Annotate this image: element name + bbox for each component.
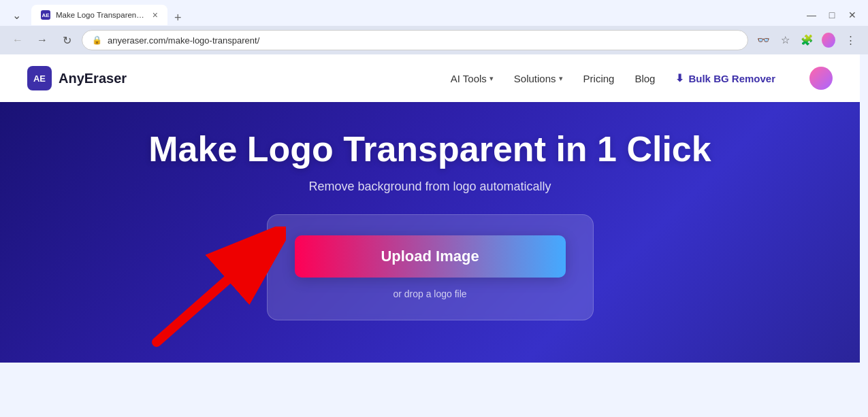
profile-avatar xyxy=(822,33,835,48)
site-navbar: AE AnyEraser AI Tools ▾ Solutions ▾ Pric… xyxy=(0,54,860,102)
site-nav-links: AI Tools ▾ Solutions ▾ Pricing Blog ⬇ Bu… xyxy=(451,67,833,90)
chevron-down-icon: ▾ xyxy=(559,74,563,83)
minimize-button[interactable]: — xyxy=(803,6,820,24)
tab-favicon: AE xyxy=(41,10,50,20)
chevron-down-icon: ▾ xyxy=(489,74,494,83)
forward-button[interactable]: → xyxy=(33,31,52,50)
profile-button[interactable] xyxy=(819,31,838,50)
browser-chrome: ⌄ AE Make Logo Transparent in 1 Cl × + —… xyxy=(0,0,868,54)
reload-button[interactable]: ↻ xyxy=(57,31,76,50)
window-controls: — □ ✕ xyxy=(803,6,861,24)
close-window-button[interactable]: ✕ xyxy=(843,6,861,24)
brand-name: AnyEraser xyxy=(59,71,127,86)
download-icon: ⬇ xyxy=(675,72,684,84)
back-button[interactable]: ← xyxy=(8,31,27,50)
logo-icon: AE xyxy=(27,66,52,90)
nav-blog[interactable]: Blog xyxy=(634,73,655,84)
nav-pricing[interactable]: Pricing xyxy=(583,73,615,84)
tab-title: Make Logo Transparent in 1 Cl xyxy=(56,11,144,19)
eyeglasses-icon-button[interactable]: 👓 xyxy=(754,31,773,50)
browser-tabs: AE Make Logo Transparent in 1 Cl × + xyxy=(31,5,797,25)
new-tab-button[interactable]: + xyxy=(169,11,187,25)
extensions-button[interactable]: 🧩 xyxy=(797,31,816,50)
hero-title: Make Logo Transparent in 1 Click xyxy=(148,129,711,170)
upload-image-button[interactable]: Upload Image xyxy=(295,235,566,278)
hero-section: Make Logo Transparent in 1 Click Remove … xyxy=(0,102,860,363)
nav-ai-tools[interactable]: AI Tools ▾ xyxy=(451,73,494,84)
maximize-button[interactable]: □ xyxy=(823,6,841,24)
upload-card: Upload Image or drop a logo file xyxy=(267,214,594,320)
tab-close-button[interactable]: × xyxy=(152,10,158,20)
bulk-bg-remover-link[interactable]: ⬇ Bulk BG Remover xyxy=(675,72,775,84)
active-tab[interactable]: AE Make Logo Transparent in 1 Cl × xyxy=(31,5,167,25)
browser-nav-icons: 👓 ☆ 🧩 ⋮ xyxy=(754,31,860,50)
svg-line-1 xyxy=(157,267,242,342)
bookmark-button[interactable]: ☆ xyxy=(775,31,794,50)
logo-area[interactable]: AE AnyEraser xyxy=(27,66,127,90)
red-arrow xyxy=(136,227,286,349)
address-text: anyeraser.com/make-logo-transparent/ xyxy=(108,35,738,46)
hero-subtitle: Remove background from logo automaticall… xyxy=(308,180,551,194)
website-content: AE AnyEraser AI Tools ▾ Solutions ▾ Pric… xyxy=(0,54,860,363)
address-bar[interactable]: 🔒 anyeraser.com/make-logo-transparent/ xyxy=(82,30,748,50)
tab-list-button[interactable]: ⌄ xyxy=(7,5,26,24)
drop-text: or drop a logo file xyxy=(393,288,466,299)
user-avatar[interactable] xyxy=(809,67,833,90)
browser-nav-bar: ← → ↻ 🔒 anyeraser.com/make-logo-transpar… xyxy=(0,26,868,54)
lock-icon: 🔒 xyxy=(92,35,102,45)
menu-button[interactable]: ⋮ xyxy=(841,31,860,50)
nav-solutions[interactable]: Solutions ▾ xyxy=(514,73,563,84)
browser-title-bar: ⌄ AE Make Logo Transparent in 1 Cl × + —… xyxy=(0,0,868,26)
